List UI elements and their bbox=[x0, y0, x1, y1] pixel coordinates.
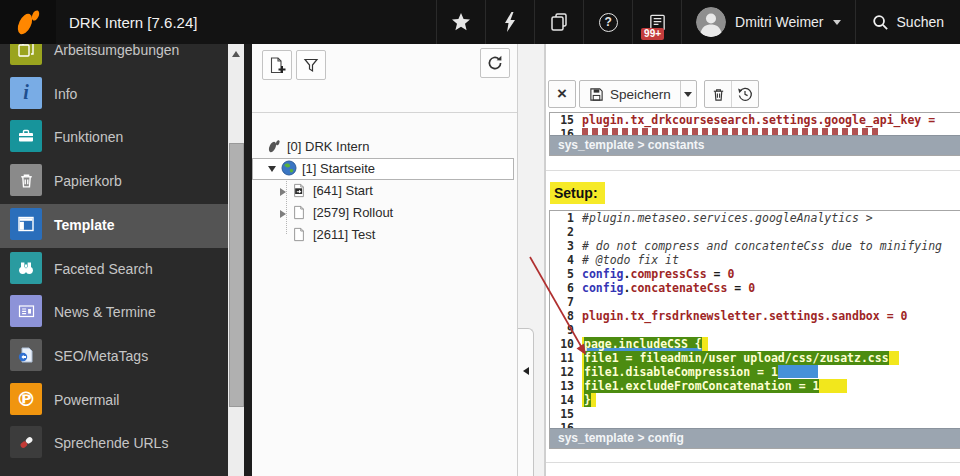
sidebar-item-label: SEO/MetaTags bbox=[54, 335, 148, 377]
notification-badge: 99+ bbox=[641, 28, 664, 40]
sidebar-item-faceted-search[interactable]: Faceted Search bbox=[0, 248, 228, 292]
code-line: 10page.includeCSS { bbox=[550, 337, 960, 351]
sidebar-item-sprechende-urls[interactable]: Sprechende URLs bbox=[0, 422, 228, 466]
toolbox-icon bbox=[10, 120, 42, 152]
section-divider bbox=[546, 170, 960, 171]
line-number: 6 bbox=[550, 281, 582, 295]
page-tree: [0] DRK Intern[1] Startseite[641] Start[… bbox=[252, 136, 517, 246]
highlight-yellow: } bbox=[582, 393, 596, 407]
constants-editor[interactable]: 15plugin.tx_drkcoursesearch.settings.goo… bbox=[549, 112, 960, 156]
module-sidebar: ArbeitsumgebungeniInfoFunktionenPapierko… bbox=[0, 44, 228, 476]
tree-node-0-drk-intern[interactable]: [0] DRK Intern bbox=[252, 136, 517, 158]
code-line: 1#plugin.metaseo.services.googleAnalytic… bbox=[550, 211, 960, 225]
tree-node-label: [2611] Test bbox=[313, 227, 375, 242]
sidebar-item-funktionen[interactable]: Funktionen bbox=[0, 116, 228, 160]
refresh-button[interactable] bbox=[480, 48, 510, 78]
bookmarks-button[interactable] bbox=[436, 0, 485, 44]
expand-toggle-icon[interactable] bbox=[268, 166, 276, 172]
news-icon bbox=[10, 295, 42, 327]
save-options-button[interactable] bbox=[680, 81, 696, 107]
page-icon bbox=[292, 205, 308, 221]
history-button[interactable] bbox=[731, 81, 758, 107]
user-menu[interactable]: Dmitri Weimer bbox=[681, 0, 854, 44]
pill-icon bbox=[10, 426, 42, 458]
config-code[interactable]: 1#plugin.metaseo.services.googleAnalytic… bbox=[550, 211, 960, 428]
save-button[interactable]: Speichern bbox=[580, 81, 680, 107]
code-line: 16 bbox=[550, 421, 960, 428]
sidebar-item-label: Sprechende URLs bbox=[54, 422, 168, 464]
tree-node-label: [2579] Rollout bbox=[313, 205, 393, 220]
sidebar-item-template[interactable]: Template bbox=[0, 204, 228, 248]
powermail-icon: ℗ bbox=[10, 383, 42, 415]
sidebar-item-powermail[interactable]: ℗Powermail bbox=[0, 379, 228, 423]
sidebar-item-label: Funktionen bbox=[54, 116, 123, 158]
line-number: 11 bbox=[550, 351, 582, 365]
sidebar-item-label: Arbeitsumgebungen bbox=[54, 44, 179, 71]
tree-collapse-handle[interactable] bbox=[518, 328, 534, 476]
sidebar-edge bbox=[244, 44, 252, 476]
sidebar-item-news-termine[interactable]: News & Termine bbox=[0, 291, 228, 335]
delete-button[interactable] bbox=[705, 81, 731, 107]
close-button[interactable]: × bbox=[548, 80, 576, 108]
search-button[interactable]: Suchen bbox=[855, 0, 960, 44]
highlight-green: file1 = fileadmin/user upload/css/zusatz… bbox=[584, 351, 889, 365]
new-page-icon bbox=[269, 57, 286, 74]
search-icon bbox=[872, 14, 889, 31]
config-editor[interactable]: 1#plugin.metaseo.services.googleAnalytic… bbox=[549, 210, 960, 449]
tree-node-2611-test[interactable]: [2611] Test bbox=[252, 224, 517, 246]
line-number: 2 bbox=[550, 225, 582, 239]
tree-node-641-start[interactable]: [641] Start bbox=[252, 180, 517, 202]
tree-node-1-startseite[interactable]: [1] Startseite bbox=[252, 158, 514, 180]
new-page-button[interactable] bbox=[262, 50, 292, 80]
code-line: 4# @todo fix it bbox=[550, 253, 960, 267]
top-bar: DRK Intern [7.6.24] ? bbox=[0, 0, 960, 44]
scroll-up-arrow-icon[interactable] bbox=[232, 51, 240, 57]
code-line: 15plugin.tx_drkcoursesearch.settings.goo… bbox=[550, 113, 960, 127]
sidebar-item-papierkorb[interactable]: Papierkorb bbox=[0, 160, 228, 204]
section-divider-bottom bbox=[546, 462, 960, 463]
avatar bbox=[696, 7, 726, 37]
collapse-toggle-icon[interactable] bbox=[280, 188, 286, 196]
sidebar-item-label: Powermail bbox=[54, 379, 119, 421]
sidebar-item-arbeitsumgebungen[interactable]: Arbeitsumgebungen bbox=[0, 44, 228, 73]
open-documents-button[interactable] bbox=[534, 0, 583, 44]
scrollbar-thumb[interactable] bbox=[229, 143, 244, 407]
lightning-icon bbox=[504, 12, 516, 32]
notifications-button[interactable]: 99+ bbox=[632, 0, 681, 44]
sidebar-item-info[interactable]: iInfo bbox=[0, 73, 228, 117]
filter-icon bbox=[303, 58, 319, 73]
globe-page-icon bbox=[281, 160, 297, 176]
code-line: 15 bbox=[550, 407, 960, 421]
sidebar-scrollbar[interactable] bbox=[228, 44, 244, 476]
clear-cache-button[interactable] bbox=[485, 0, 534, 44]
line-number: 8 bbox=[550, 309, 582, 323]
binoculars-icon bbox=[10, 252, 42, 284]
line-number: 4 bbox=[550, 253, 582, 267]
line-number: 1 bbox=[550, 211, 582, 225]
clipped-code-text bbox=[582, 128, 882, 135]
help-icon: ? bbox=[599, 13, 618, 32]
sidebar-item-seo-metatags[interactable]: SEO/MetaTags bbox=[0, 335, 228, 379]
highlight-green: file1.excludeFromConcatenation = 1 bbox=[584, 379, 819, 393]
trash-icon bbox=[10, 164, 42, 196]
filter-button[interactable] bbox=[296, 50, 326, 80]
search-label: Suchen bbox=[897, 14, 944, 30]
line-number: 12 bbox=[550, 365, 582, 379]
documents-icon bbox=[549, 12, 569, 32]
highlight-yellow: file1.excludeFromConcatenation = 1 bbox=[582, 379, 847, 393]
typo3-logo[interactable] bbox=[0, 0, 56, 44]
code-line: 6config.concatenateCss = 0 bbox=[550, 281, 960, 295]
code-line: 9 bbox=[550, 323, 960, 337]
constants-code[interactable]: 15plugin.tx_drkcoursesearch.settings.goo… bbox=[550, 113, 960, 135]
code-line: 12file1.disableCompression = 1 bbox=[550, 365, 960, 379]
code-line: 5config.compressCss = 0 bbox=[550, 267, 960, 281]
constants-footer: sys_template > constants bbox=[550, 135, 960, 155]
code-line: 7 bbox=[550, 295, 960, 309]
trash-icon bbox=[711, 87, 726, 102]
tree-node-2579-rollout[interactable]: [2579] Rollout bbox=[252, 202, 517, 224]
save-split-button[interactable]: Speichern bbox=[579, 80, 697, 108]
info-icon: i bbox=[10, 77, 42, 109]
help-button[interactable]: ? bbox=[583, 0, 632, 44]
collapse-toggle-icon[interactable] bbox=[280, 210, 286, 218]
line-number: 7 bbox=[550, 295, 582, 309]
